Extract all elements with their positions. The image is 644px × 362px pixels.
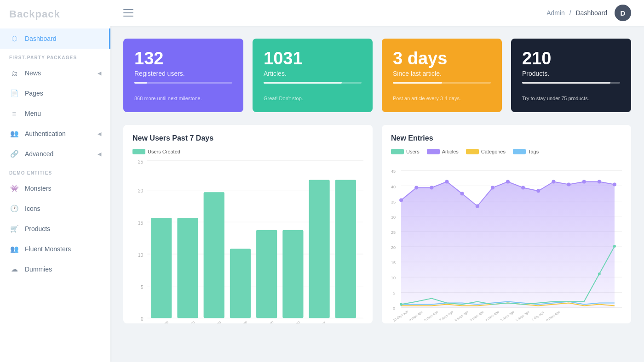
main-area: Admin / Dashboard D 132 Registered users… (110, 0, 644, 362)
topbar-right: Admin / Dashboard D (546, 5, 631, 21)
stat-bar-track-articles (264, 82, 362, 84)
svg-text:10: 10 (391, 276, 396, 280)
articles-dot (567, 182, 571, 186)
svg-text:9 days ago: 9 days ago (408, 310, 424, 322)
stat-number-products: 210 (522, 50, 620, 67)
users-dot (598, 272, 601, 275)
articles-dot (399, 198, 403, 202)
sidebar-item-advanced[interactable]: 🔗 Advanced ◀ (0, 144, 110, 164)
legend-label-categories: Categories (481, 149, 506, 154)
stat-note-users: 868 more until next milestone. (134, 96, 232, 101)
legend-label-articles: Articles (442, 149, 459, 154)
sidebar-item-authentication[interactable]: 👥 Authentication ◀ (0, 124, 110, 144)
stat-number-days: 3 days (393, 50, 491, 67)
articles-dot (460, 192, 464, 196)
stat-card-products: 210 Products. Try to stay under 75 produ… (511, 39, 631, 112)
stat-bar-track-days (393, 82, 491, 84)
stat-note-days: Post an article every 3-4 days. (393, 96, 491, 101)
svg-text:20: 20 (391, 245, 396, 250)
authentication-icon: 👥 (9, 129, 19, 139)
sidebar-item-label: Authentication (25, 130, 66, 137)
legend-label-tags: Tags (528, 149, 539, 154)
sidebar-item-dummies[interactable]: ☁ Dummies (0, 259, 110, 279)
svg-text:0: 0 (393, 306, 395, 311)
charts-row: New Users Past 7 Days Users Created 0 5 … (123, 125, 631, 323)
stat-bar-track-products (522, 82, 620, 84)
svg-text:5 days ago: 5 days ago (469, 310, 484, 322)
breadcrumb-admin[interactable]: Admin (546, 9, 565, 17)
sidebar-item-dashboard[interactable]: ⬡ Dashboard (0, 28, 110, 49)
pages-icon: 📄 (9, 88, 19, 98)
users-dot (400, 303, 402, 306)
stat-bar-fill-products (522, 82, 610, 84)
sidebar-item-icons[interactable]: 🕐 Icons (0, 198, 110, 219)
chevron-icon: ◀ (98, 151, 101, 157)
legend-color-users-created (132, 149, 145, 154)
legend-label-users-created: Users Created (148, 149, 180, 154)
stat-card-days: 3 days Since last article. Post an artic… (382, 39, 502, 112)
svg-text:7 days ago: 7 days ago (152, 319, 169, 323)
stat-bar-fill-articles (264, 82, 342, 84)
svg-text:5: 5 (141, 284, 144, 290)
svg-text:10 days ago: 10 days ago (392, 310, 409, 323)
articles-dot (491, 186, 494, 190)
bar-4days (230, 249, 251, 318)
sidebar-item-label: Icons (25, 205, 40, 212)
breadcrumb-current: Dashboard (576, 9, 608, 17)
sidebar-item-fluent-monsters[interactable]: 👥 Fluent Monsters (0, 239, 110, 259)
svg-text:3 days ago: 3 days ago (257, 319, 275, 323)
articles-dot (430, 186, 433, 190)
stat-card-users: 132 Registered users. 868 more until nex… (123, 39, 243, 112)
sidebar-item-label: News (25, 69, 41, 77)
articles-area (401, 181, 615, 307)
svg-text:8 days ago: 8 days ago (424, 310, 439, 322)
svg-text:5: 5 (393, 291, 395, 295)
legend-item-users: Users (391, 149, 420, 154)
bar-6days (177, 218, 198, 318)
hamburger-button[interactable] (123, 9, 133, 17)
svg-text:1 day ago: 1 day ago (531, 311, 545, 322)
sidebar-item-products[interactable]: 🛒 Products (0, 219, 110, 239)
svg-text:2 days ago: 2 days ago (515, 310, 530, 322)
legend-color-tags (513, 149, 526, 154)
sidebar-item-label: Fluent Monsters (25, 245, 71, 253)
svg-text:6 days ago: 6 days ago (178, 319, 196, 323)
svg-text:6 days ago: 6 days ago (454, 310, 469, 322)
icons-icon: 🕐 (9, 204, 19, 214)
stat-note-articles: Great! Don't stop. (264, 96, 362, 101)
chart-card-entries: New Entries Users Articles Categories (382, 125, 631, 323)
legend-item-articles: Articles (427, 149, 459, 154)
svg-text:4 days ago: 4 days ago (231, 319, 248, 323)
stat-cards: 132 Registered users. 868 more until nex… (123, 39, 631, 112)
svg-text:2 days ago: 2 days ago (283, 319, 301, 323)
articles-dot (506, 180, 510, 183)
svg-text:0: 0 (141, 316, 144, 322)
line-chart-area: 0 5 10 15 20 25 30 35 40 45 (391, 158, 622, 323)
sidebar-item-label: Advanced (25, 150, 53, 158)
sidebar-item-news[interactable]: 🗂 News ◀ (0, 63, 110, 83)
dashboard-icon: ⬡ (9, 34, 19, 44)
monsters-icon: 👾 (9, 183, 19, 193)
bar-today (335, 180, 356, 318)
advanced-icon: 🔗 (9, 149, 19, 159)
users-dot (613, 245, 616, 248)
stat-bar-fill-users (134, 82, 147, 84)
sidebar-item-pages[interactable]: 📄 Pages (0, 83, 110, 103)
legend-label-users: Users (406, 149, 420, 154)
articles-dot (445, 180, 448, 183)
products-icon: 🛒 (9, 224, 19, 234)
sidebar-item-label: Products (25, 225, 50, 232)
svg-text:40: 40 (391, 185, 396, 189)
avatar[interactable]: D (615, 5, 631, 21)
stat-number-users: 132 (134, 50, 232, 67)
legend-color-categories (466, 149, 479, 154)
sidebar-item-menu[interactable]: ≡ Menu (0, 103, 110, 124)
sidebar-section-first-party: FIRST-PARTY PACKAGES (0, 49, 110, 63)
menu-icon: ≡ (9, 108, 19, 119)
sidebar-item-monsters[interactable]: 👾 Monsters (0, 178, 110, 198)
topbar: Admin / Dashboard D (110, 0, 644, 26)
svg-text:20: 20 (138, 188, 143, 194)
articles-dot (521, 186, 525, 190)
bar-chart-svg: 0 5 10 15 20 25 (132, 158, 363, 323)
legend-item-users-created: Users Created (132, 149, 180, 154)
